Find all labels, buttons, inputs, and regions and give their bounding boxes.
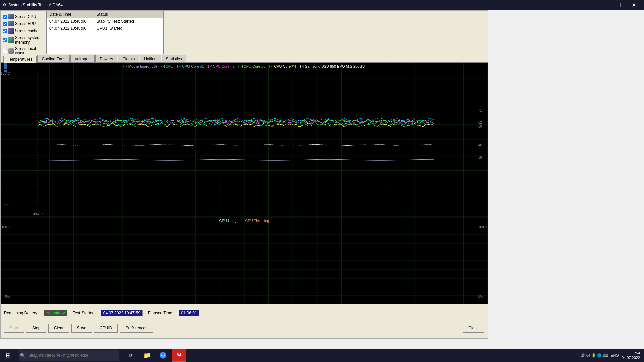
stress-cache-checkbox[interactable] bbox=[3, 29, 7, 33]
legend-item[interactable]: ✓ CPU Core #2 bbox=[208, 64, 234, 68]
taskbar-apps: ⧉ 📁 64 bbox=[123, 349, 186, 362]
battery-value: No battery bbox=[44, 310, 67, 316]
titlebar-left: ⚙ System Stability Test - AIDA64 bbox=[3, 3, 63, 7]
legend-checkbox[interactable]: ✓ bbox=[208, 65, 212, 68]
close-button[interactable]: Close bbox=[463, 324, 484, 333]
legend-item[interactable]: ✓ CPU Core #3 bbox=[239, 64, 265, 68]
legend-checkbox[interactable]: ✓ bbox=[239, 65, 243, 68]
temp-chart-area: ✓ Motherboard (36) ✓ CPU ✓ CPU Core #1 ✓… bbox=[1, 63, 488, 217]
legend-item[interactable]: ✓ CPU Core #4 bbox=[269, 64, 296, 68]
stress-cache-label: Stress cache bbox=[15, 28, 38, 33]
tab-temperatures[interactable]: Temperatures bbox=[3, 56, 37, 63]
tabs-bar: TemperaturesCooling FansVoltagesPowersCl… bbox=[1, 54, 488, 63]
taskbar: ⊞ 🔍 ⧉ 📁 64 🔊 64 🔋 🌐 ⌨ ENG 11:54 04.07.20… bbox=[0, 349, 644, 362]
taskbar-search-input[interactable] bbox=[19, 350, 119, 361]
save-button[interactable]: Save bbox=[71, 324, 92, 333]
sidebar-item-stress-cache[interactable]: Stress cache bbox=[2, 27, 44, 34]
cpu-throttling-label: CPU Throttling bbox=[245, 219, 269, 223]
info-status: GPU1: Started bbox=[94, 25, 163, 32]
tab-clocks[interactable]: Clocks bbox=[118, 55, 139, 62]
scroll-dot[interactable] bbox=[4, 63, 7, 66]
legend-item[interactable]: ✓ Motherboard (36) bbox=[124, 64, 157, 68]
date-display: 04.07.2022 bbox=[622, 355, 640, 360]
main-window: Stress CPU Stress FPU Stress cache Stres… bbox=[0, 10, 488, 339]
taskbar-virtual-desktops[interactable]: ⧉ bbox=[123, 349, 138, 362]
legend-checkbox[interactable]: ✓ bbox=[124, 65, 127, 68]
stress-disk-checkbox[interactable] bbox=[3, 49, 7, 53]
window-title: System Stability Test - AIDA64 bbox=[8, 3, 63, 7]
legend-checkbox[interactable]: ✓ bbox=[300, 65, 304, 68]
legend-item[interactable]: ✓ Samsung SSD 850 EVO M.2 250GB bbox=[300, 64, 365, 68]
disk-icon bbox=[8, 48, 14, 54]
preferences-button[interactable]: Preferences bbox=[120, 324, 153, 333]
stress-cpu-checkbox[interactable] bbox=[3, 15, 7, 19]
search-icon-taskbar: 🔍 bbox=[20, 353, 25, 358]
scroll-dot[interactable] bbox=[4, 70, 7, 72]
legend-label: Motherboard (36) bbox=[128, 64, 157, 68]
legend-item[interactable]: ✓ CPU bbox=[161, 64, 173, 68]
window-close-button[interactable]: ✕ bbox=[626, 0, 641, 10]
legend-label: CPU Core #4 bbox=[274, 64, 296, 68]
legend-label: Samsung SSD 850 EVO M.2 250GB bbox=[305, 64, 365, 68]
battery-label: Remaining Battery: bbox=[4, 311, 38, 315]
stress-fpu-checkbox[interactable] bbox=[3, 22, 7, 26]
tab-powers[interactable]: Powers bbox=[95, 55, 117, 62]
legend-checkbox[interactable]: ✓ bbox=[177, 65, 181, 68]
info-table-row: 04.07.2022 10:48:00Stability Test: Start… bbox=[47, 18, 163, 25]
temp-chart-canvas bbox=[1, 63, 488, 217]
start-button[interactable]: Start bbox=[4, 324, 24, 333]
cpu-sep: | bbox=[241, 219, 243, 223]
restore-button[interactable]: ❐ bbox=[610, 0, 626, 10]
cpu-legend: CPU Usage | CPU Throttling bbox=[219, 219, 269, 223]
temp-legend: ✓ Motherboard (36) ✓ CPU ✓ CPU Core #1 ✓… bbox=[124, 64, 365, 68]
cpuid-button[interactable]: CPUID bbox=[94, 324, 118, 333]
cache-icon bbox=[8, 28, 14, 34]
systray-icons: 🔊 64 🔋 🌐 ⌨ bbox=[581, 353, 608, 358]
info-date: 04.07.2022 10:48:00 bbox=[47, 18, 94, 25]
tab-statistics[interactable]: Statistics bbox=[162, 55, 186, 62]
cpu-chart-area: CPU Usage | CPU Throttling bbox=[1, 217, 488, 304]
col-status: Status bbox=[94, 11, 163, 18]
cpu-icon bbox=[8, 14, 14, 19]
start-button-taskbar[interactable]: ⊞ bbox=[0, 349, 16, 362]
legend-label: CPU Core #2 bbox=[213, 64, 234, 68]
fpu-icon bbox=[8, 21, 14, 26]
legend-label: CPU bbox=[166, 64, 173, 68]
minimize-button[interactable]: ─ bbox=[595, 0, 610, 10]
info-table: Date & Time Status 04.07.2022 10:48:00St… bbox=[47, 11, 163, 32]
col-date: Date & Time bbox=[47, 11, 94, 18]
sidebar-item-stress-cpu[interactable]: Stress CPU bbox=[2, 13, 44, 20]
tab-voltages[interactable]: Voltages bbox=[70, 55, 95, 62]
time-display: 11:54 bbox=[622, 351, 640, 355]
svg-point-2 bbox=[162, 354, 164, 357]
legend-item[interactable]: ✓ CPU Core #1 bbox=[177, 64, 204, 68]
taskbar-aida64[interactable]: 64 bbox=[172, 349, 186, 362]
info-status: Stability Test: Started bbox=[94, 18, 163, 25]
clear-button[interactable]: Clear bbox=[48, 324, 69, 333]
stop-button[interactable]: Stop bbox=[26, 324, 46, 333]
stress-cpu-label: Stress CPU bbox=[15, 14, 36, 19]
charts-container: ✓ Motherboard (36) ✓ CPU ✓ CPU Core #1 ✓… bbox=[1, 63, 488, 304]
cpu-usage-label: CPU Usage bbox=[219, 219, 239, 223]
tab-cooling-fans[interactable]: Cooling Fans bbox=[37, 55, 70, 62]
legend-checkbox[interactable]: ✓ bbox=[161, 65, 165, 68]
legend-label: CPU Core #3 bbox=[244, 64, 265, 68]
sidebar-item-stress-mem[interactable]: Stress system memory bbox=[2, 35, 44, 45]
stress-mem-checkbox[interactable] bbox=[3, 38, 7, 42]
taskbar-right: 🔊 64 🔋 🌐 ⌨ ENG 11:54 04.07.2022 bbox=[577, 351, 644, 360]
sidebar-item-stress-fpu[interactable]: Stress FPU bbox=[2, 20, 44, 27]
elapsed-label: Elapsed Time: bbox=[148, 311, 173, 315]
tab-unified[interactable]: Unified bbox=[140, 55, 161, 62]
button-bar: Start Stop Clear Save CPUID Preferences … bbox=[1, 321, 488, 335]
legend-label: CPU Core #1 bbox=[182, 64, 204, 68]
info-date: 04.07.2022 10:48:00 bbox=[47, 25, 94, 32]
scroll-dot[interactable] bbox=[4, 66, 7, 69]
legend-checkbox[interactable]: ✓ bbox=[269, 65, 273, 68]
systray-lang: ENG bbox=[611, 353, 619, 357]
taskbar-file-manager[interactable]: 📁 bbox=[140, 349, 154, 362]
taskbar-chrome[interactable] bbox=[156, 349, 170, 362]
status-bar: Remaining Battery: No battery Test Start… bbox=[1, 306, 488, 319]
stress-fpu-label: Stress FPU bbox=[15, 21, 36, 26]
taskbar-time: 11:54 04.07.2022 bbox=[622, 351, 640, 360]
app-icon: ⚙ bbox=[3, 3, 6, 7]
